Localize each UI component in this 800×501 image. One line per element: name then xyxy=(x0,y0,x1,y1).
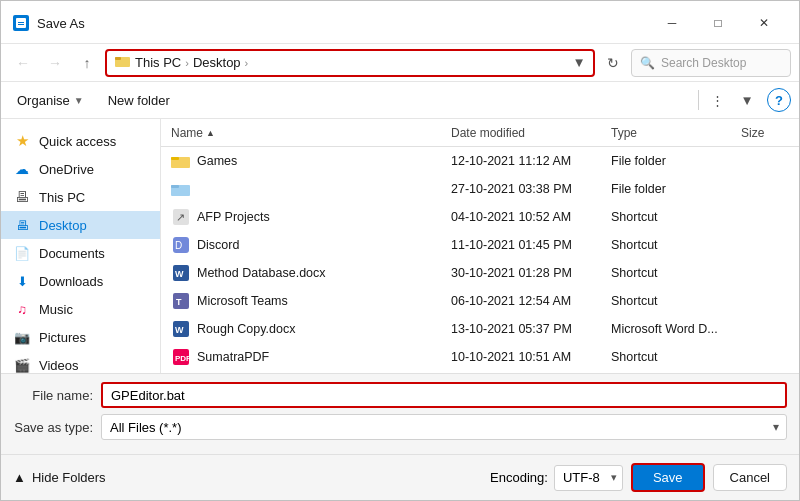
filename-input[interactable] xyxy=(101,382,787,408)
teams-icon: T xyxy=(171,292,191,310)
file-name-cell: D Discord xyxy=(165,236,445,254)
word2-icon: W xyxy=(171,320,191,338)
address-parts: This PC › Desktop › xyxy=(115,54,565,71)
back-button[interactable]: ← xyxy=(9,49,37,77)
up-button[interactable]: ↑ xyxy=(73,49,101,77)
address-bar[interactable]: This PC › Desktop › ▼ xyxy=(105,49,595,77)
main-content: ★ Quick access ☁ OneDrive 🖶 This PC 🖶 xyxy=(1,119,799,373)
save-as-dialog: Save As ─ □ ✕ ← → ↑ This PC › Desktop › xyxy=(0,0,800,501)
sort-arrow-icon: ▲ xyxy=(206,128,215,138)
table-row[interactable]: PDF SumatraPDF 10-10-2021 10:51 AM Short… xyxy=(161,343,799,371)
pictures-icon: 📷 xyxy=(13,328,31,346)
column-header-size[interactable]: Size xyxy=(735,122,795,144)
list-view-button[interactable]: ⋮ xyxy=(703,86,731,114)
column-header-date[interactable]: Date modified xyxy=(445,122,605,144)
title-bar: Save As ─ □ ✕ xyxy=(1,1,799,44)
table-row[interactable]: T Microsoft Teams 06-10-2021 12:54 AM Sh… xyxy=(161,287,799,315)
forward-button[interactable]: → xyxy=(41,49,69,77)
sidebar-item-desktop[interactable]: 🖶 Desktop xyxy=(1,211,160,239)
minimize-button[interactable]: ─ xyxy=(649,9,695,37)
sidebar-item-label: Downloads xyxy=(39,274,103,289)
folder-icon xyxy=(115,54,131,71)
file-date-cell: 11-10-2021 01:45 PM xyxy=(445,238,605,252)
organise-button[interactable]: Organise ▼ xyxy=(9,89,92,112)
svg-rect-2 xyxy=(18,24,24,25)
sidebar-item-label: Music xyxy=(39,302,73,317)
title-bar-left: Save As xyxy=(13,15,85,31)
sidebar-item-label: Pictures xyxy=(39,330,86,345)
new-folder-button[interactable]: New folder xyxy=(100,89,178,112)
table-row[interactable]: ↗ AFP Projects 04-10-2021 10:52 AM Short… xyxy=(161,203,799,231)
sidebar-item-label: Desktop xyxy=(39,218,87,233)
table-row[interactable]: W Method Database.docx 30-10-2021 01:28 … xyxy=(161,259,799,287)
column-header-name[interactable]: Name ▲ xyxy=(165,122,445,144)
close-button[interactable]: ✕ xyxy=(741,9,787,37)
file-type-cell: File folder xyxy=(605,182,735,196)
file-date-cell: 10-10-2021 10:51 AM xyxy=(445,350,605,364)
column-header-type[interactable]: Type xyxy=(605,122,735,144)
file-type-cell: Shortcut xyxy=(605,238,735,252)
music-icon: ♫ xyxy=(13,300,31,318)
table-row[interactable]: W Rough Copy.docx 13-10-2021 05:37 PM Mi… xyxy=(161,315,799,343)
chevron-up-icon: ▲ xyxy=(13,470,26,485)
view-options-button[interactable]: ▼ xyxy=(733,86,761,114)
filetype-select[interactable]: All Files (*.*) xyxy=(101,414,787,440)
sidebar-item-downloads[interactable]: ⬇ Downloads xyxy=(1,267,160,295)
file-date-cell: 04-10-2021 10:52 AM xyxy=(445,210,605,224)
file-date-cell: 27-10-2021 03:38 PM xyxy=(445,182,605,196)
file-type-cell: Shortcut xyxy=(605,210,735,224)
videos-icon: 🎬 xyxy=(13,356,31,373)
footer-right: Encoding: UTF-8 Save Cancel xyxy=(490,463,787,492)
svg-text:↗: ↗ xyxy=(176,211,185,223)
dialog-title: Save As xyxy=(37,16,85,31)
sidebar-item-documents[interactable]: 📄 Documents xyxy=(1,239,160,267)
encoding-select[interactable]: UTF-8 xyxy=(554,465,623,491)
svg-text:W: W xyxy=(175,325,184,335)
search-icon: 🔍 xyxy=(640,56,655,70)
sidebar-item-label: Quick access xyxy=(39,134,116,149)
sep1: › xyxy=(185,57,189,69)
table-row[interactable]: 27-10-2021 03:38 PM File folder xyxy=(161,175,799,203)
documents-icon: 📄 xyxy=(13,244,31,262)
folder-icon xyxy=(171,152,191,170)
file-name-cell xyxy=(165,180,445,198)
sidebar-item-quick-access[interactable]: ★ Quick access xyxy=(1,127,160,155)
downloads-icon: ⬇ xyxy=(13,272,31,290)
toolbar: ← → ↑ This PC › Desktop › ▼ ↻ 🔍 Search D… xyxy=(1,44,799,82)
table-row[interactable]: Games 12-10-2021 11:12 AM File folder xyxy=(161,147,799,175)
search-box[interactable]: 🔍 Search Desktop xyxy=(631,49,791,77)
sidebar: ★ Quick access ☁ OneDrive 🖶 This PC 🖶 xyxy=(1,119,161,373)
table-row[interactable]: D Discord 11-10-2021 01:45 PM Shortcut xyxy=(161,231,799,259)
address-pc: This PC xyxy=(115,54,181,71)
file-name-cell: W Rough Copy.docx xyxy=(165,320,445,338)
refresh-button[interactable]: ↻ xyxy=(599,49,627,77)
file-rows: Games 12-10-2021 11:12 AM File folder 27… xyxy=(161,147,799,373)
svg-text:T: T xyxy=(176,297,182,307)
svg-rect-6 xyxy=(171,157,179,160)
file-type-cell: Shortcut xyxy=(605,350,735,364)
cloud-icon: ☁ xyxy=(13,160,31,178)
hide-folders-button[interactable]: ▲ Hide Folders xyxy=(13,470,106,485)
cancel-button[interactable]: Cancel xyxy=(713,464,787,491)
save-button[interactable]: Save xyxy=(631,463,705,492)
sidebar-item-music[interactable]: ♫ Music xyxy=(1,295,160,323)
maximize-button[interactable]: □ xyxy=(695,9,741,37)
encoding-select-wrapper: UTF-8 xyxy=(554,465,623,491)
file-date-cell: 13-10-2021 05:37 PM xyxy=(445,322,605,336)
sidebar-item-videos[interactable]: 🎬 Videos xyxy=(1,351,160,373)
svg-rect-4 xyxy=(115,57,121,60)
file-name-cell: ↗ AFP Projects xyxy=(165,208,445,226)
title-controls: ─ □ ✕ xyxy=(649,9,787,37)
sidebar-item-onedrive[interactable]: ☁ OneDrive xyxy=(1,155,160,183)
view-controls: ⋮ ▼ ? xyxy=(696,86,791,114)
encoding-row: Encoding: UTF-8 xyxy=(490,465,623,491)
pdf-icon: PDF xyxy=(171,348,191,366)
file-type-cell: File folder xyxy=(605,154,735,168)
sidebar-item-this-pc[interactable]: 🖶 This PC xyxy=(1,183,160,211)
star-icon: ★ xyxy=(13,132,31,150)
file-type-cell: Shortcut xyxy=(605,266,735,280)
help-button[interactable]: ? xyxy=(767,88,791,112)
sidebar-item-pictures[interactable]: 📷 Pictures xyxy=(1,323,160,351)
address-dropdown-button[interactable]: ▼ xyxy=(569,51,589,75)
sidebar-item-label: OneDrive xyxy=(39,162,94,177)
